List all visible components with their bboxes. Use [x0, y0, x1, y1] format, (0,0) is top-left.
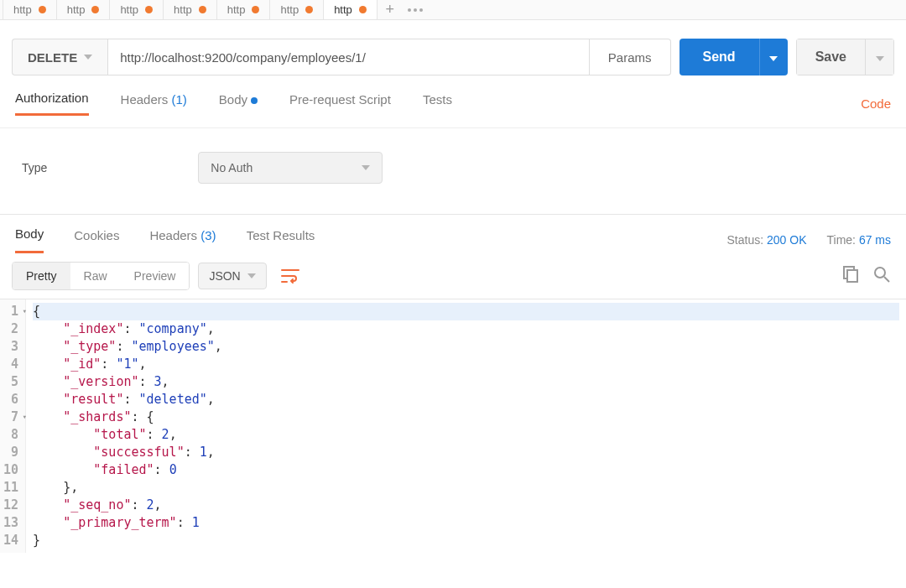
tab-overflow-button[interactable] — [403, 8, 428, 12]
code-line: } — [33, 532, 899, 549]
http-method-select[interactable]: DELETE — [12, 39, 107, 75]
code-link[interactable]: Code — [861, 96, 891, 111]
request-bar: DELETE Params Send Save — [12, 32, 894, 75]
chevron-down-icon — [247, 273, 256, 278]
unsaved-dot-icon — [145, 6, 153, 13]
code-line: }, — [33, 479, 899, 497]
auth-panel: Type No Auth — [0, 128, 906, 215]
request-tab[interactable]: http — [269, 0, 324, 19]
tab-headers[interactable]: Headers (1) — [121, 92, 187, 115]
view-raw[interactable]: Raw — [70, 263, 121, 289]
code-line: "_type": "employees", — [33, 338, 899, 356]
code-line: { — [33, 303, 899, 320]
code-line: "_seq_no": 2, — [33, 497, 899, 514]
response-body-viewer[interactable]: 1234567891011121314 { "_index": "company… — [0, 299, 906, 553]
line-gutter: 1234567891011121314 — [0, 299, 26, 553]
auth-type-value: No Auth — [211, 161, 253, 174]
unsaved-dot-icon — [251, 97, 258, 104]
tab-label: http — [334, 3, 352, 16]
tab-label: http — [227, 3, 246, 16]
resp-tab-headers[interactable]: Headers (3) — [149, 228, 216, 252]
url-input[interactable] — [108, 39, 589, 75]
code-line: "result": "deleted", — [33, 391, 899, 408]
response-right-tools — [841, 265, 894, 287]
svg-rect-1 — [847, 270, 857, 282]
time-label: Time: — [827, 233, 856, 247]
unsaved-dot-icon — [91, 6, 99, 13]
tab-label: http — [120, 3, 138, 16]
tab-label: http — [13, 3, 32, 16]
code-line: "_primary_term": 1 — [33, 514, 899, 532]
code-line: "total": 2, — [33, 426, 899, 444]
chevron-down-icon — [362, 165, 370, 170]
unsaved-dot-icon — [305, 6, 313, 13]
code-line: "failed": 0 — [33, 461, 899, 479]
time-value: 67 ms — [859, 233, 891, 247]
copy-icon — [841, 265, 859, 284]
tab-label: http — [174, 3, 192, 16]
request-area: DELETE Params Send Save Authorization He… — [0, 20, 906, 128]
send-button[interactable]: Send — [680, 39, 759, 75]
tab-authorization[interactable]: Authorization — [15, 91, 89, 116]
tab-label: http — [280, 3, 299, 16]
code-line: "_index": "company", — [33, 320, 899, 338]
url-input-wrapper — [107, 39, 590, 75]
view-mode-segment: Pretty Raw Preview — [12, 262, 190, 290]
svg-line-3 — [884, 277, 889, 282]
svg-point-2 — [875, 268, 885, 278]
request-tabs: Authorization Headers (1) Body Pre-reque… — [12, 91, 894, 116]
unsaved-dot-icon — [199, 6, 206, 13]
resp-tab-cookies[interactable]: Cookies — [74, 228, 119, 252]
resp-tab-body[interactable]: Body — [15, 226, 44, 253]
save-dropdown[interactable] — [866, 39, 894, 75]
chevron-down-icon — [84, 55, 92, 60]
wrap-lines-button[interactable] — [275, 262, 305, 290]
response-tabs: Body Cookies Headers (3) Test Results St… — [0, 215, 906, 253]
unsaved-dot-icon — [359, 6, 367, 13]
code-line: "_shards": { — [33, 408, 899, 426]
tab-label: http — [67, 3, 86, 16]
copy-button[interactable] — [841, 265, 862, 287]
response-meta: Status: 200 OK Time: 67 ms — [727, 233, 891, 247]
auth-type-label: Type — [22, 161, 47, 174]
send-dropdown[interactable] — [759, 39, 788, 75]
search-icon — [872, 265, 891, 284]
status-value: 200 OK — [767, 233, 806, 247]
tab-bar: httphttphttphttphttphttphttp+ — [0, 0, 906, 20]
code-line: "successful": 1, — [33, 444, 899, 461]
request-tab[interactable]: http — [163, 0, 217, 19]
tab-prerequest[interactable]: Pre-request Script — [289, 92, 391, 115]
request-tab[interactable]: http — [109, 0, 164, 19]
code-content: { "_index": "company", "_type": "employe… — [26, 299, 906, 553]
save-button[interactable]: Save — [796, 39, 866, 75]
request-tab[interactable]: http — [56, 0, 111, 19]
params-button[interactable]: Params — [590, 39, 671, 75]
resp-tab-testresults[interactable]: Test Results — [247, 228, 315, 252]
code-line: "_version": 3, — [33, 373, 899, 391]
request-tab[interactable]: http — [216, 0, 271, 19]
tab-body[interactable]: Body — [219, 92, 258, 115]
request-tab[interactable]: http — [323, 0, 378, 19]
chevron-down-icon — [769, 56, 778, 61]
search-response-button[interactable] — [872, 265, 894, 287]
code-line: "_id": "1", — [33, 356, 899, 373]
view-preview[interactable]: Preview — [121, 263, 190, 289]
view-pretty[interactable]: Pretty — [13, 263, 70, 289]
save-split-button: Save — [796, 39, 894, 75]
request-tab[interactable]: http — [3, 0, 57, 19]
http-method-value: DELETE — [28, 50, 77, 65]
new-tab-button[interactable]: + — [378, 1, 403, 18]
status-label: Status: — [727, 233, 764, 247]
chevron-down-icon — [876, 56, 884, 61]
auth-type-select[interactable]: No Auth — [198, 152, 383, 184]
response-view-toolbar: Pretty Raw Preview JSON — [0, 253, 906, 299]
language-value: JSON — [209, 269, 240, 283]
unsaved-dot-icon — [252, 6, 259, 13]
wrap-icon — [281, 268, 299, 284]
send-split-button: Send — [680, 39, 788, 75]
language-select[interactable]: JSON — [198, 263, 266, 289]
unsaved-dot-icon — [39, 6, 46, 13]
tab-tests[interactable]: Tests — [423, 92, 452, 115]
